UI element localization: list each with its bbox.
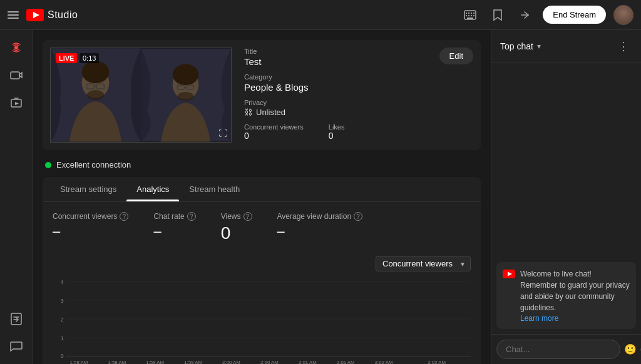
- yt-small-logo-icon: [503, 270, 515, 278]
- connection-text: Excellent connection: [56, 160, 131, 169]
- chart-type-select[interactable]: Concurrent viewers: [376, 256, 471, 271]
- svg-point-20: [82, 61, 110, 83]
- connection-status: Excellent connection: [43, 160, 481, 169]
- sidebar: [0, 30, 33, 364]
- keyboard-icon-btn[interactable]: [460, 5, 480, 25]
- video-library-icon: [10, 96, 23, 109]
- svg-rect-3: [466, 13, 467, 14]
- privacy-label: Privacy: [244, 99, 473, 106]
- privacy-chain-icon: ⛓: [244, 108, 252, 117]
- category-value: People & Blogs: [244, 82, 473, 93]
- svg-text:2: 2: [61, 316, 64, 323]
- sidebar-item-video[interactable]: [4, 90, 29, 115]
- privacy-group: Privacy ⛓ Unlisted: [244, 99, 473, 117]
- concurrent-info-icon[interactable]: ?: [120, 212, 128, 221]
- avg-info-icon[interactable]: ?: [354, 212, 362, 221]
- svg-text:3: 3: [61, 298, 64, 304]
- tab-stream-health[interactable]: Stream health: [179, 177, 250, 201]
- stat-chat-rate: Chat rate ? –: [153, 212, 195, 243]
- chart-container: 4 3 2 1 0 1:58 AM 1:58 AM: [53, 276, 471, 364]
- sidebar-item-broadcast[interactable]: [4, 35, 29, 60]
- sidebar-item-camera[interactable]: [4, 63, 29, 88]
- views-info-icon[interactable]: ?: [244, 212, 252, 221]
- chart-select-wrapper: Concurrent viewers: [376, 256, 471, 271]
- concurrent-viewers-label: Concurrent viewers: [244, 123, 304, 131]
- learn-more-link[interactable]: Learn more: [520, 314, 558, 323]
- hamburger-icon[interactable]: [8, 11, 19, 19]
- privacy-row: ⛓ Unlisted: [244, 108, 473, 117]
- chat-more-button[interactable]: ⋮: [615, 38, 632, 55]
- chat-input[interactable]: [496, 340, 620, 359]
- emoji-icon-btn[interactable]: 🙂: [624, 341, 637, 358]
- svg-text:1:58 AM: 1:58 AM: [70, 360, 88, 364]
- sidebar-item-export[interactable]: [4, 306, 29, 331]
- svg-rect-11: [467, 18, 473, 19]
- svg-rect-8: [468, 15, 469, 16]
- svg-text:1: 1: [61, 335, 64, 341]
- chat-title-row[interactable]: Top chat ▾: [500, 41, 541, 51]
- chat-icon: [10, 340, 23, 353]
- live-badge: LIVE: [56, 53, 77, 63]
- stats-row: Concurrent viewers 0 Likes 0: [244, 123, 473, 141]
- svg-point-12: [14, 46, 18, 49]
- chat-input-area: 🙂: [491, 334, 641, 364]
- analytics-content: Concurrent viewers ? – Chat rate ? –: [43, 202, 481, 364]
- connection-dot: [45, 162, 51, 168]
- stat-avg-value: –: [277, 223, 363, 240]
- concurrent-viewers-stat: Concurrent viewers 0: [244, 123, 304, 141]
- navbar-left: Studio: [8, 9, 460, 21]
- likes-label: Likes: [329, 123, 345, 131]
- chat-rate-info-icon[interactable]: ?: [187, 212, 196, 221]
- stat-chat-value: –: [153, 223, 195, 240]
- chat-panel: Top chat ▾ ⋮ Welcome to live chat! Remem…: [491, 30, 641, 364]
- welcome-message: Welcome to live chat! Remember to guard …: [496, 262, 636, 329]
- emoji-icon: 🙂: [624, 343, 637, 355]
- title-label: Title: [244, 48, 473, 55]
- svg-rect-13: [11, 72, 19, 79]
- title-group: Title Test: [244, 48, 473, 67]
- youtube-logo-icon: [26, 9, 44, 21]
- keyboard-icon: [464, 10, 476, 20]
- svg-rect-5: [471, 13, 472, 14]
- stat-avg-duration: Average view duration ? –: [277, 212, 363, 243]
- share-icon-btn[interactable]: [515, 5, 535, 25]
- svg-rect-10: [473, 15, 474, 16]
- svg-point-24: [87, 90, 105, 100]
- expand-icon[interactable]: ⛶: [218, 128, 227, 138]
- svg-text:1:59 AM: 1:59 AM: [146, 360, 164, 364]
- svg-text:2:00 AM: 2:00 AM: [222, 360, 240, 364]
- video-frames: [51, 48, 231, 142]
- logo: Studio: [26, 9, 78, 21]
- end-stream-button[interactable]: End Stream: [543, 6, 606, 24]
- chat-messages: Welcome to live chat! Remember to guard …: [491, 63, 641, 334]
- edit-button[interactable]: Edit: [439, 48, 473, 64]
- tab-analytics[interactable]: Analytics: [126, 177, 179, 201]
- welcome-text: Welcome to live chat! Remember to guard …: [520, 270, 630, 312]
- stat-concurrent-viewers: Concurrent viewers ? –: [53, 212, 128, 243]
- chat-header: Top chat ▾ ⋮: [491, 30, 641, 63]
- content-area: LIVE 0:13: [33, 30, 491, 364]
- video-preview-container: LIVE 0:13: [50, 48, 232, 143]
- tabs-section: Stream settings Analytics Stream health …: [43, 177, 481, 364]
- chat-title: Top chat: [500, 41, 533, 51]
- svg-text:1:58 AM: 1:58 AM: [108, 360, 126, 364]
- avatar[interactable]: [613, 5, 633, 25]
- concurrent-viewers-value: 0: [244, 131, 304, 141]
- bookmark-icon-btn[interactable]: [488, 5, 508, 25]
- svg-point-27: [173, 64, 199, 85]
- tab-stream-settings[interactable]: Stream settings: [50, 177, 126, 201]
- bookmark-icon: [493, 9, 503, 21]
- stat-chat-label: Chat rate ?: [153, 212, 195, 221]
- welcome-text-group: Welcome to live chat! Remember to guard …: [520, 268, 630, 323]
- svg-text:0: 0: [61, 353, 64, 359]
- stat-views-value: 0: [221, 223, 252, 243]
- sidebar-item-chat[interactable]: [4, 334, 29, 359]
- stream-info-section: LIVE 0:13: [43, 40, 481, 150]
- stream-metadata: Edit Title Test Category People & Blogs …: [244, 48, 473, 143]
- stat-concurrent-label: Concurrent viewers ?: [53, 212, 128, 221]
- svg-text:4: 4: [61, 279, 64, 285]
- avatar-image: [613, 5, 633, 25]
- main-layout: LIVE 0:13: [0, 30, 641, 364]
- chart-dropdown: Concurrent viewers: [53, 256, 471, 271]
- svg-text:2:01 AM: 2:01 AM: [299, 360, 317, 364]
